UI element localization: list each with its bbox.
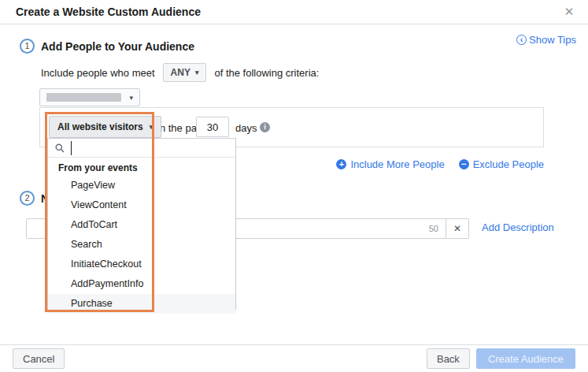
event-item-pageview[interactable]: PageView — [48, 176, 235, 195]
back-button[interactable]: Back — [427, 348, 470, 369]
char-count: 50 — [429, 224, 446, 233]
criteria-sentence: Include people who meet ANY ▾ of the fol… — [41, 63, 319, 82]
caret-down-icon: ▾ — [195, 69, 199, 76]
website-visitors-dropdown[interactable]: All website visitors ▾ — [49, 116, 161, 138]
modal-footer: Cancel Back Create Audience — [0, 344, 588, 372]
redacted-pixel-name — [46, 93, 121, 102]
pixel-source-dropdown[interactable]: ▾ — [39, 88, 140, 106]
event-item-initiatecheckout[interactable]: InitiateCheckout — [48, 255, 235, 274]
event-item-addpaymentinfo[interactable]: AddPaymentInfo — [48, 274, 235, 294]
step-1-heading: Add People to Your Audience — [41, 40, 194, 53]
info-icon: i — [260, 122, 270, 132]
match-any-dropdown[interactable]: ANY ▾ — [163, 63, 207, 82]
clear-name-icon[interactable]: ✕ — [446, 219, 468, 238]
event-item-addtocart[interactable]: AddToCart — [48, 215, 235, 235]
exclude-people-label: Exclude People — [473, 158, 544, 170]
website-visitors-value: All website visitors — [57, 121, 143, 132]
days-input[interactable] — [196, 117, 229, 137]
event-search-input[interactable] — [71, 141, 228, 155]
people-links: + Include More People − Exclude People — [336, 158, 544, 170]
step-1-badge: 1 — [20, 39, 35, 54]
match-any-value: ANY — [171, 67, 190, 78]
plus-circle-icon: + — [336, 159, 346, 169]
exclude-people-link[interactable]: − Exclude People — [459, 158, 544, 170]
caret-down-icon: ▾ — [129, 94, 133, 102]
chevron-left-circle-icon: ‹ — [516, 35, 527, 45]
create-audience-button[interactable]: Create Audience — [476, 348, 575, 369]
caret-down-icon: ▾ — [150, 123, 153, 131]
add-description-link[interactable]: Add Description — [482, 221, 554, 233]
criteria-prefix: Include people who meet — [41, 67, 155, 79]
close-icon[interactable]: ✕ — [561, 4, 577, 20]
step-2-badge: 2 — [20, 191, 35, 206]
show-tips-label: Show Tips — [529, 34, 576, 46]
event-item-search[interactable]: Search — [48, 235, 235, 255]
event-item-viewcontent[interactable]: ViewContent — [48, 195, 235, 215]
minus-circle-icon: − — [459, 159, 469, 169]
event-search-row — [48, 139, 235, 158]
include-more-people-link[interactable]: + Include More People — [336, 158, 444, 170]
criteria-suffix: of the following criteria: — [214, 67, 319, 79]
search-icon — [55, 143, 65, 153]
modal-header: Create a Website Custom Audience ✕ — [0, 0, 588, 24]
cancel-button[interactable]: Cancel — [13, 348, 65, 369]
event-dropdown-panel: From your events PageView ViewContent Ad… — [47, 138, 236, 310]
show-tips-link[interactable]: ‹ Show Tips — [516, 34, 576, 46]
modal-title: Create a Website Custom Audience — [16, 0, 201, 24]
days-label: days — [235, 122, 257, 134]
event-group-header: From your events — [48, 158, 235, 176]
event-item-purchase[interactable]: Purchase — [48, 294, 235, 314]
include-more-people-label: Include More People — [350, 158, 444, 170]
